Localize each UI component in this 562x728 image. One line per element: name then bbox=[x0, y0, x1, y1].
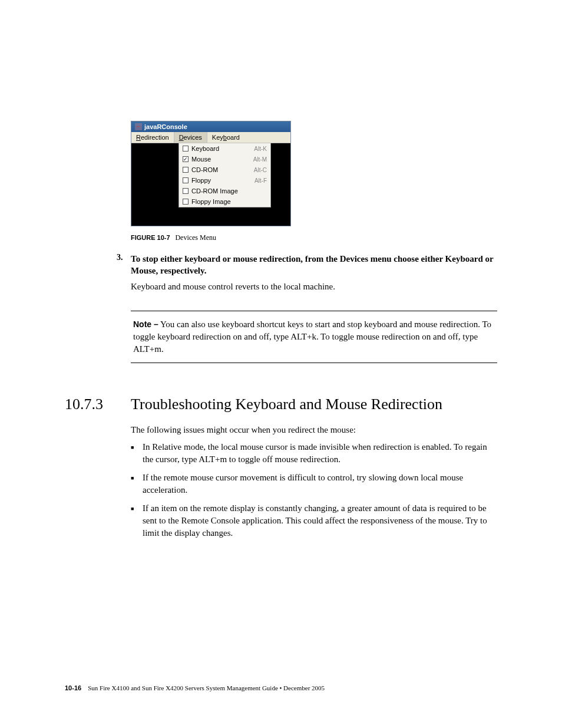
app-title: javaRConsole bbox=[144, 123, 187, 130]
menubar: Redirection Devices Keyboard bbox=[131, 132, 290, 143]
figure-label: FIGURE 10-7 bbox=[131, 234, 170, 241]
figure-caption-text: Devices Menu bbox=[175, 233, 216, 242]
dd-cdrom-image[interactable]: CD-ROM Image bbox=[179, 186, 270, 196]
menu-keyboard[interactable]: Keyboard bbox=[207, 132, 244, 143]
dd-floppy[interactable]: FloppyAlt-F bbox=[179, 175, 270, 186]
step-3: 3. To stop either keyboard or mouse redi… bbox=[131, 253, 497, 293]
page-number: 10-16 bbox=[65, 684, 81, 691]
footer-text: Sun Fire X4100 and Sun Fire X4200 Server… bbox=[88, 684, 325, 691]
note-label: Note – bbox=[133, 319, 158, 329]
titlebar: javaRConsole bbox=[131, 121, 290, 132]
checkbox-icon bbox=[183, 177, 189, 183]
bullet-list: In Relative mode, the local mouse cursor… bbox=[131, 441, 497, 539]
dd-floppy-image[interactable]: Floppy Image bbox=[179, 196, 270, 207]
checkbox-icon bbox=[183, 167, 189, 173]
dd-mouse[interactable]: MouseAlt-M bbox=[179, 154, 270, 164]
svg-rect-0 bbox=[135, 123, 142, 130]
checkbox-checked-icon bbox=[183, 156, 189, 162]
step-body: Keyboard and mouse control reverts to th… bbox=[131, 281, 497, 293]
section-title: Troubleshooting Keyboard and Mouse Redir… bbox=[131, 396, 442, 413]
checkbox-icon bbox=[183, 188, 189, 194]
list-item: If the remote mouse cursor movement is d… bbox=[140, 472, 497, 496]
page-footer: 10-16 Sun Fire X4100 and Sun Fire X4200 … bbox=[65, 684, 325, 691]
checkbox-icon bbox=[183, 146, 189, 151]
app-window: javaRConsole Redirection Devices Keyboar… bbox=[131, 121, 291, 226]
intro-paragraph: The following issues might occur when yo… bbox=[131, 424, 497, 436]
screenshot-devices-menu: javaRConsole Redirection Devices Keyboar… bbox=[131, 121, 497, 226]
figure-caption: FIGURE 10-7 Devices Menu bbox=[131, 233, 497, 242]
menu-redirection[interactable]: Redirection bbox=[131, 132, 174, 143]
menu-devices[interactable]: Devices bbox=[174, 132, 207, 143]
note-body: You can also use keyboard shortcut keys … bbox=[133, 319, 491, 354]
java-icon bbox=[135, 123, 142, 130]
note-box: Note – You can also use keyboard shortcu… bbox=[131, 311, 497, 363]
section-number: 10.7.3 bbox=[65, 396, 131, 413]
list-item: If an item on the remote display is cons… bbox=[140, 502, 497, 539]
section-header: 10.7.3 Troubleshooting Keyboard and Mous… bbox=[65, 396, 497, 413]
step-number: 3. bbox=[117, 253, 123, 262]
step-title: To stop either keyboard or mouse redirec… bbox=[131, 253, 497, 277]
list-item: In Relative mode, the local mouse cursor… bbox=[140, 441, 497, 466]
dd-keyboard[interactable]: KeyboardAlt-K bbox=[179, 143, 270, 154]
dd-cdrom[interactable]: CD-ROMAlt-C bbox=[179, 164, 270, 175]
devices-dropdown: KeyboardAlt-K MouseAlt-M CD-ROMAlt-C Flo… bbox=[178, 143, 271, 207]
checkbox-icon bbox=[183, 199, 189, 205]
